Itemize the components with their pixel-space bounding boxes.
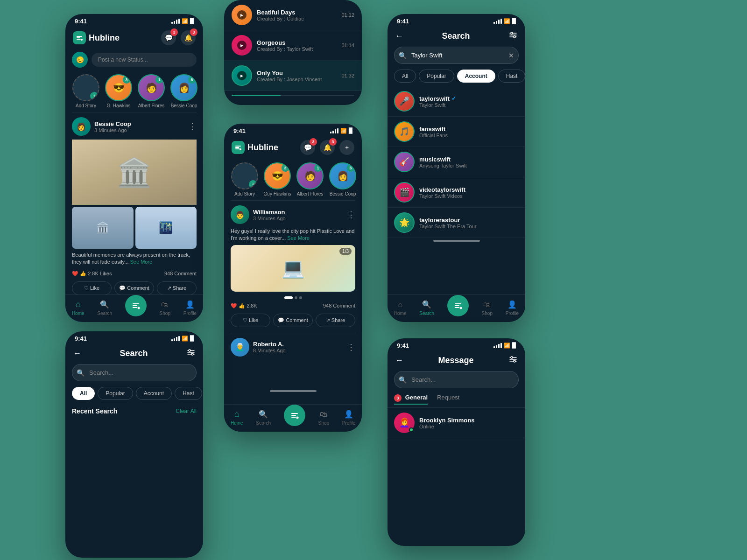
like-btn-1[interactable]: ♡ Like <box>72 281 112 295</box>
comment-btn-1[interactable]: 💬 Comment <box>114 281 154 295</box>
post-menu-3-1[interactable]: ⋮ <box>347 210 355 220</box>
post-user-3-1: 👨 Williamson 3 Minutes Ago <box>231 205 286 224</box>
comment-btn-3-1[interactable]: 💬 Comment <box>273 314 313 327</box>
nav-search-label-4: Search <box>419 311 434 316</box>
filter-btn-4[interactable] <box>508 30 518 42</box>
nav-profile-4[interactable]: 👤 Profile <box>506 300 519 316</box>
story-esther-3[interactable]: 👱‍♀️ Esther <box>361 162 362 196</box>
music-duration-3: 01:32 <box>341 73 354 78</box>
tab-popular-5[interactable]: Popular <box>98 387 133 400</box>
tab-hashtag-4[interactable]: Hast <box>498 70 525 83</box>
post-user-info-3-2: Roberto A. 8 Minutes Ago <box>253 341 286 353</box>
result-2[interactable]: 🎵 fansswift Official Fans <box>388 117 525 147</box>
status-icons-5: 📶 ▉ <box>171 336 194 342</box>
nav-center-1[interactable] <box>125 295 147 316</box>
see-more-1[interactable]: See More <box>130 259 153 265</box>
music-item-2[interactable]: ▶ Gorgeous Created By : Taylor Swift 01:… <box>224 30 362 61</box>
nav-home-1[interactable]: ⌂ Home <box>72 300 85 316</box>
music-thumb-2: ▶ <box>232 35 252 56</box>
add-story-3[interactable]: + Add Story <box>231 162 259 196</box>
add-icon-btn-3[interactable]: + <box>339 140 354 155</box>
nav-shop-1[interactable]: 🛍 Shop <box>160 300 170 316</box>
nav-search-3[interactable]: 🔍 Search <box>256 409 271 426</box>
nav-profile-3[interactable]: 👤 Profile <box>342 409 355 426</box>
music-item-1[interactable]: ▶ Beatiful Days Created By : Coldiac 01:… <box>224 0 362 30</box>
story-item-coop[interactable]: 6 👩 Bessie Coop <box>170 74 198 108</box>
wifi-icon-6: 📶 <box>504 343 510 349</box>
story-guy-3[interactable]: 3 😎 Guy Hawkins <box>263 162 291 196</box>
search-input-6[interactable]: Search... <box>394 371 519 388</box>
see-more-3-1[interactable]: See More <box>287 235 310 241</box>
story-flores-3[interactable]: 1 🧑 Albert Flores <box>296 162 324 196</box>
nav-search-4[interactable]: 🔍 Search <box>419 300 434 316</box>
msg-tab-request[interactable]: Request <box>437 394 459 405</box>
battery-icon-4: ▉ <box>512 18 516 24</box>
filter-tabs-4: All Popular Account Hast <box>388 67 525 86</box>
result-avatar-2: 🎵 <box>394 121 415 142</box>
nav-search-1[interactable]: 🔍 Search <box>97 300 112 316</box>
like-btn-3-1[interactable]: ♡ Like <box>231 314 270 327</box>
result-1[interactable]: 🎤 taylorswift ✓ Taylor Swift <box>388 86 525 117</box>
story-item-flores[interactable]: 1 🧑 Albert Flores <box>137 74 165 108</box>
back-btn-6[interactable]: ← <box>395 356 403 365</box>
post-time-1: 3 Minutes Ago <box>94 127 131 133</box>
home-icon-3: ⌂ <box>232 409 242 420</box>
logo-1: Hubline <box>73 31 120 44</box>
result-4[interactable]: 🎬 videotaylorswift Taylor Swift Videos <box>388 177 525 208</box>
clear-all-btn[interactable]: Clear All <box>176 408 197 414</box>
story-item-hawkins[interactable]: 3 😎 G. Hawkins <box>105 74 133 108</box>
music-item-3[interactable]: ▶ Only You Created By : Joseph Vincent 0… <box>224 61 362 91</box>
tab-account-4[interactable]: Account <box>457 70 495 83</box>
search-input-row-4: 🔍 Taylor Swift ✕ <box>388 44 525 67</box>
status-input[interactable]: Post a new Status... <box>92 53 197 67</box>
add-btn: + <box>90 92 99 100</box>
nav-home-4[interactable]: ⌂ Home <box>394 300 407 316</box>
back-btn-4[interactable]: ← <box>395 31 403 41</box>
photo-top <box>72 140 197 205</box>
progress-container <box>224 91 362 98</box>
result-sub-5: Taylor Swift The Era Tour <box>419 224 476 229</box>
tab-popular-4[interactable]: Popular <box>419 70 454 83</box>
nav-home-3[interactable]: ⌂ Home <box>231 409 243 426</box>
dot-3 <box>299 296 302 299</box>
post-username-3-1: Williamson <box>253 209 286 216</box>
nav-profile-1[interactable]: 👤 Profile <box>183 300 197 316</box>
clear-icon-4[interactable]: ✕ <box>508 52 514 59</box>
wifi-icon-5: 📶 <box>182 336 188 342</box>
filter-btn-5[interactable] <box>186 348 196 359</box>
nav-center-4[interactable] <box>447 295 469 316</box>
tab-all-4[interactable]: All <box>394 70 416 83</box>
result-5[interactable]: 🌟 taylorerastour Taylor Swift The Era To… <box>388 208 525 238</box>
bell-icon-btn[interactable]: 🔔 3 <box>181 30 196 45</box>
nav-shop-4[interactable]: 🛍 Shop <box>482 300 493 316</box>
search-input-5[interactable]: Search... <box>72 364 197 381</box>
app-name-1: Hubline <box>89 33 120 43</box>
chat-icon-btn[interactable]: 💬 3 <box>161 30 176 45</box>
filter-btn-6[interactable] <box>508 355 518 366</box>
back-btn-5[interactable]: ← <box>73 349 81 358</box>
post-card-3-1: 👨 Williamson 3 Minutes Ago ⋮ Hey guys! I… <box>224 201 362 333</box>
story-coop-3[interactable]: 6 👩 Bessie Coop <box>329 162 357 196</box>
chat-icon-btn-3[interactable]: 💬 3 <box>300 140 315 155</box>
tab-account-5[interactable]: Account <box>136 387 172 400</box>
add-story-item[interactable]: + Add Story <box>72 74 100 108</box>
msg-item-1[interactable]: 👩‍🦰 Brooklyn Simmons Online <box>388 408 525 438</box>
search-input-4[interactable]: Taylor Swift <box>394 47 519 64</box>
tab-hashtag-5[interactable]: Hast <box>175 387 202 400</box>
share-btn-1[interactable]: ↗ Share <box>157 281 197 295</box>
story-label-flores-3: Albert Flores <box>297 191 324 196</box>
app-name-3: Hubline <box>247 143 278 153</box>
tab-all-5[interactable]: All <box>72 387 95 400</box>
share-btn-3-1[interactable]: ↗ Share <box>316 314 355 327</box>
msg-tab-general[interactable]: 3 General <box>394 394 428 405</box>
post-menu-1[interactable]: ⋮ <box>188 121 197 132</box>
result-sub-1: Taylor Swift <box>419 102 456 108</box>
result-info-4: videotaylorswift Taylor Swift Videos <box>419 186 465 199</box>
nav-center-3[interactable] <box>284 405 305 426</box>
message-header: ← Message <box>388 351 525 368</box>
result-3[interactable]: 🎸 musicswift Anysong Taylor Swift <box>388 147 525 177</box>
nav-shop-3[interactable]: 🛍 Shop <box>318 409 329 426</box>
bell-icon-btn-3[interactable]: 🔔 3 <box>320 140 335 155</box>
play-btn-3: ▶ <box>237 71 247 80</box>
post-menu-3-2[interactable]: ⋮ <box>347 342 355 352</box>
